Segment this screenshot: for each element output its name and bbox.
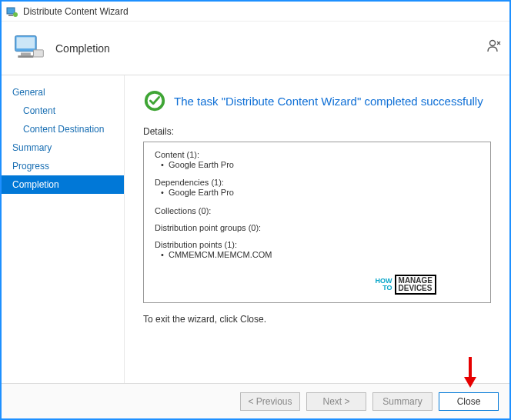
window-title: Distribute Content Wizard xyxy=(23,6,129,17)
sidebar-item-content-destination[interactable]: Content Destination xyxy=(2,120,124,138)
summary-button: Summary xyxy=(372,392,433,411)
next-button: Next > xyxy=(306,392,366,411)
svg-rect-7 xyxy=(34,49,44,56)
svg-point-8 xyxy=(490,41,496,46)
sidebar-item-general[interactable]: General xyxy=(2,83,124,102)
watermark-box: MANAGE DEVICES xyxy=(395,275,436,295)
previous-button: < Previous xyxy=(240,392,300,411)
page-title: Completion xyxy=(55,42,110,55)
details-dependencies-heading: Dependencies (1): xyxy=(155,178,479,187)
details-dp-item: CMMEMCM.MEMCM.COM xyxy=(155,249,479,260)
details-label: Details: xyxy=(143,126,491,137)
wizard-body: General Content Content Destination Summ… xyxy=(2,75,509,383)
sidebar-item-summary[interactable]: Summary xyxy=(2,138,124,157)
wizard-window: Distribute Content Wizard Completion Gen… xyxy=(0,0,511,420)
monitor-icon xyxy=(12,32,46,65)
svg-rect-0 xyxy=(7,8,15,14)
svg-point-2 xyxy=(13,12,18,17)
sidebar: General Content Content Destination Summ… xyxy=(2,75,125,383)
svg-rect-6 xyxy=(18,55,33,58)
close-button[interactable]: Close xyxy=(439,392,499,411)
svg-rect-5 xyxy=(21,52,31,55)
footer: < Previous Next > Summary Close xyxy=(2,383,509,418)
watermark: HOW TO MANAGE DEVICES xyxy=(376,275,436,295)
watermark-howto: HOW TO xyxy=(376,278,392,292)
details-dp-heading: Distribution points (1): xyxy=(155,240,479,249)
success-check-icon xyxy=(143,89,166,112)
details-content-item: Google Earth Pro xyxy=(155,159,479,170)
success-message: The task "Distribute Content Wizard" com… xyxy=(174,95,483,108)
sidebar-item-progress[interactable]: Progress xyxy=(2,157,124,175)
svg-rect-1 xyxy=(8,15,13,16)
details-dpg-heading: Distribution point groups (0): xyxy=(155,223,479,232)
wizard-header: Completion xyxy=(2,22,509,75)
sidebar-item-completion[interactable]: Completion xyxy=(2,175,124,194)
svg-rect-4 xyxy=(17,37,35,48)
titlebar: Distribute Content Wizard xyxy=(2,2,509,22)
details-box: Content (1): Google Earth Pro Dependenci… xyxy=(143,142,491,303)
details-dependencies-item: Google Earth Pro xyxy=(155,187,479,198)
details-collections-heading: Collections (0): xyxy=(155,206,479,215)
app-icon xyxy=(6,5,18,18)
sidebar-item-content[interactable]: Content xyxy=(2,102,124,120)
exit-instruction: To exit the wizard, click Close. xyxy=(143,314,491,325)
main-content: The task "Distribute Content Wizard" com… xyxy=(125,75,509,383)
details-content-heading: Content (1): xyxy=(155,150,479,159)
success-row: The task "Distribute Content Wizard" com… xyxy=(143,89,491,112)
user-icon[interactable] xyxy=(486,38,502,54)
